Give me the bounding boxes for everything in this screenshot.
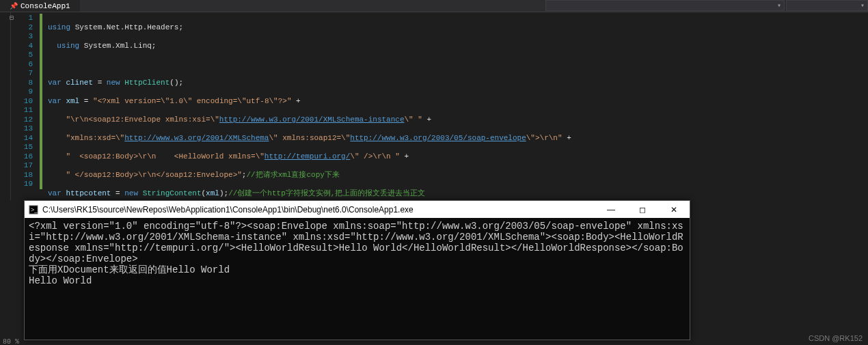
collapse-icon[interactable]: ⊟ [10,14,14,22]
breakpoint-margin[interactable]: ⊟ [0,12,11,200]
console-output[interactable]: <?xml version="1.0" encoding="utf-8"?><s… [25,218,690,289]
console-icon: >_ [29,205,38,215]
watermark: CSDN @RK152 [809,334,863,342]
console-titlebar[interactable]: >_ C:\Users\RK15\source\NewRepos\WebAppl… [25,201,690,218]
tab-title: ConsoleApp1 [21,2,70,10]
console-title: C:\Users\RK15\source\NewRepos\WebApplica… [42,205,413,215]
maximize-button[interactable]: ◻ [627,201,658,218]
tab-strip: 📌 ConsoleApp1 ▾ ▾ [0,0,868,12]
minimize-button[interactable]: — [595,201,627,218]
status-zoom: 80 % [0,338,19,345]
pin-icon: 📌 [10,2,18,10]
change-bar [38,12,45,200]
close-button[interactable]: ✕ [658,201,690,218]
code-area[interactable]: using System.Net.Http.Headers; using Sys… [45,12,868,200]
scope-dropdown[interactable]: ▾ [545,0,785,11]
svg-text:>_: >_ [31,206,38,213]
member-dropdown[interactable]: ▾ [786,0,868,11]
line-numbers: 123 456 789 101112 131415 161718 19 [11,12,38,200]
console-window: >_ C:\Users\RK15\source\NewRepos\WebAppl… [24,200,690,340]
nav-dropdowns: ▾ ▾ [545,0,868,12]
code-editor[interactable]: ⊟ 123 456 789 101112 131415 161718 19 us… [0,12,868,200]
editor-tab[interactable]: 📌 ConsoleApp1 [0,0,80,12]
